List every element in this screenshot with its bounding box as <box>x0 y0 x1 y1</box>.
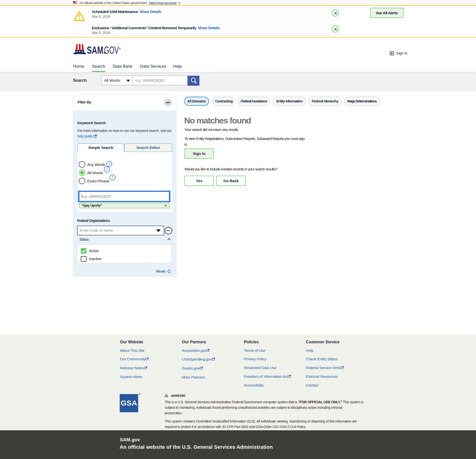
svg-text:SAM: SAM <box>87 44 103 56</box>
svg-text:GOV: GOV <box>104 44 119 56</box>
svg-text:®: ® <box>119 47 121 50</box>
